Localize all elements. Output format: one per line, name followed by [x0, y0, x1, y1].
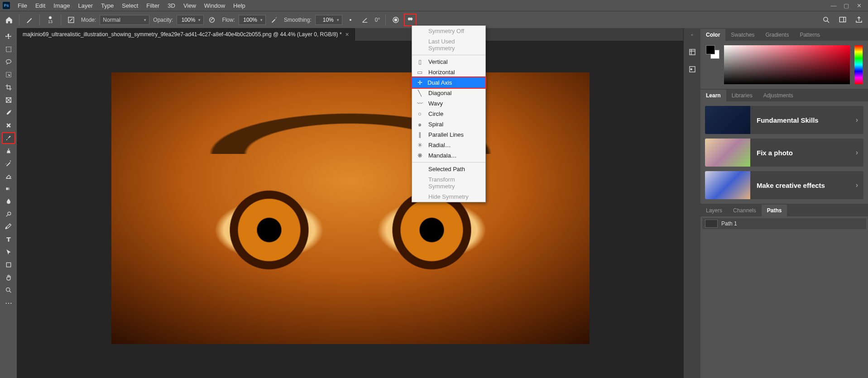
- fg-bg-swatch[interactable]: [706, 45, 719, 59]
- more-tools[interactable]: ⋯: [2, 297, 15, 309]
- history-panel-icon[interactable]: [687, 47, 697, 57]
- angle-icon[interactable]: [359, 14, 371, 26]
- brush-panel-icon[interactable]: [65, 14, 77, 26]
- layers-tab[interactable]: Layers: [700, 205, 728, 216]
- menu-window[interactable]: Window: [200, 0, 229, 11]
- canvas[interactable]: [111, 72, 590, 344]
- learn-card[interactable]: Fix a photo ›: [705, 139, 863, 167]
- quick-select-tool[interactable]: [2, 69, 15, 81]
- menu-filter[interactable]: Filter: [142, 0, 163, 11]
- properties-panel-icon[interactable]: [687, 64, 697, 74]
- chevron-right-icon: ›: [850, 116, 863, 124]
- gradient-tool[interactable]: [2, 183, 15, 195]
- path-select-tool[interactable]: [2, 246, 15, 258]
- symmetry-horizontal-item[interactable]: ▭Horizontal: [412, 67, 485, 77]
- window-minimize[interactable]: —: [827, 0, 840, 11]
- channels-tab[interactable]: Channels: [728, 205, 762, 216]
- frame-tool[interactable]: [2, 94, 15, 106]
- move-tool[interactable]: [2, 31, 15, 43]
- history-brush-tool[interactable]: [2, 158, 15, 169]
- color-panel-body: [700, 41, 868, 89]
- gradients-tab[interactable]: Gradients: [760, 29, 794, 41]
- opacity-field[interactable]: 100%▾: [177, 15, 204, 25]
- symmetry-spiral-item[interactable]: ๑Spiral: [412, 119, 485, 129]
- symmetry-parallel-item[interactable]: ∥Parallel Lines: [412, 129, 485, 140]
- svg-point-2: [275, 18, 276, 18]
- symmetry-radial-item[interactable]: ✳Radial…: [412, 140, 485, 150]
- brush-tool[interactable]: [2, 132, 15, 144]
- marquee-tool[interactable]: [2, 43, 15, 55]
- symmetry-diagonal-item[interactable]: ╲Diagonal: [412, 88, 485, 98]
- home-icon[interactable]: [3, 14, 15, 26]
- learn-card[interactable]: Fundamental Skills ›: [705, 106, 863, 134]
- symmetry-off-item[interactable]: Symmetry Off: [412, 26, 485, 36]
- shape-tool[interactable]: [2, 259, 15, 271]
- adjustments-tab[interactable]: Adjustments: [758, 90, 799, 101]
- eraser-tool[interactable]: [2, 170, 15, 182]
- menu-layer[interactable]: Layer: [74, 0, 97, 11]
- symmetry-selected-path-item[interactable]: Selected Path: [412, 164, 485, 174]
- window-close[interactable]: ✕: [853, 0, 865, 11]
- workspace-icon[interactable]: [836, 14, 849, 26]
- opacity-pressure-icon[interactable]: [206, 14, 218, 26]
- symmetry-hide-item[interactable]: Hide Symmetry: [412, 191, 485, 202]
- smoothing-gear-icon[interactable]: [344, 14, 357, 26]
- window-maximize[interactable]: ▢: [840, 0, 853, 11]
- smoothing-field[interactable]: 10%▾: [315, 15, 342, 25]
- document-tab[interactable]: majkinio69_ultrarealistic_illustration_s…: [17, 28, 355, 41]
- swatches-tab[interactable]: Swatches: [725, 29, 760, 41]
- blur-tool[interactable]: [2, 196, 15, 207]
- menu-view[interactable]: View: [179, 0, 200, 11]
- close-tab-icon[interactable]: ×: [345, 31, 349, 38]
- menu-image[interactable]: Image: [49, 0, 74, 11]
- color-tab[interactable]: Color: [700, 29, 725, 41]
- menu-3d[interactable]: 3D: [163, 0, 179, 11]
- symmetry-dual-axis-item[interactable]: ✛Dual Axis: [411, 77, 486, 89]
- symmetry-vertical-item[interactable]: ▯Vertical: [412, 57, 485, 67]
- lasso-tool[interactable]: [2, 56, 15, 68]
- symmetry-circle-item[interactable]: ○Circle: [412, 109, 485, 119]
- symmetry-menu: Symmetry Off Last Used Symmetry ▯Vertica…: [412, 25, 486, 202]
- brush-preview[interactable]: 13: [43, 13, 57, 27]
- tool-preset-icon[interactable]: [23, 14, 36, 26]
- path-row[interactable]: Path 1: [702, 218, 866, 229]
- paths-tab[interactable]: Paths: [762, 205, 787, 216]
- learn-card[interactable]: Make creative effects ›: [705, 171, 863, 199]
- dodge-tool[interactable]: [2, 208, 15, 220]
- expand-panels-icon[interactable]: «: [691, 33, 693, 37]
- crop-tool[interactable]: [2, 81, 15, 93]
- healing-tool[interactable]: [2, 120, 15, 131]
- patterns-tab[interactable]: Patterns: [794, 29, 825, 41]
- document-tabs: majkinio69_ultrarealistic_illustration_s…: [17, 28, 683, 41]
- menu-edit[interactable]: Edit: [31, 0, 49, 11]
- svg-point-18: [6, 288, 10, 292]
- search-icon[interactable]: [820, 14, 833, 26]
- menu-help[interactable]: Help: [229, 0, 249, 11]
- share-icon[interactable]: [853, 14, 865, 26]
- menu-file[interactable]: File: [14, 0, 31, 11]
- minimized-panels: «: [683, 28, 700, 378]
- airbrush-icon[interactable]: [268, 14, 280, 26]
- clone-tool[interactable]: [2, 145, 15, 157]
- symmetry-wavy-item[interactable]: 〰Wavy: [412, 98, 485, 109]
- hue-slider[interactable]: [854, 45, 863, 84]
- flow-field[interactable]: 100%▾: [239, 15, 266, 25]
- symmetry-last-item[interactable]: Last Used Symmetry: [412, 36, 485, 53]
- hand-tool[interactable]: [2, 272, 15, 283]
- type-tool[interactable]: [2, 234, 15, 245]
- mode-dropdown[interactable]: Normal▾: [100, 15, 149, 25]
- symmetry-button[interactable]: [404, 14, 417, 26]
- libraries-tab[interactable]: Libraries: [726, 90, 758, 101]
- symmetry-transform-item[interactable]: Transform Symmetry: [412, 174, 485, 191]
- color-field[interactable]: [724, 45, 850, 84]
- size-pressure-icon[interactable]: [389, 14, 402, 26]
- learn-tab[interactable]: Learn: [700, 90, 726, 101]
- chevron-right-icon: ›: [850, 148, 863, 157]
- symmetry-mandala-item[interactable]: ❋Mandala…: [412, 150, 485, 161]
- eyedropper-tool[interactable]: [2, 107, 15, 119]
- angle-value[interactable]: 0°: [375, 17, 380, 23]
- pen-tool[interactable]: [2, 221, 15, 233]
- menu-select[interactable]: Select: [118, 0, 142, 11]
- menu-type[interactable]: Type: [97, 0, 118, 11]
- zoom-tool[interactable]: [2, 284, 15, 296]
